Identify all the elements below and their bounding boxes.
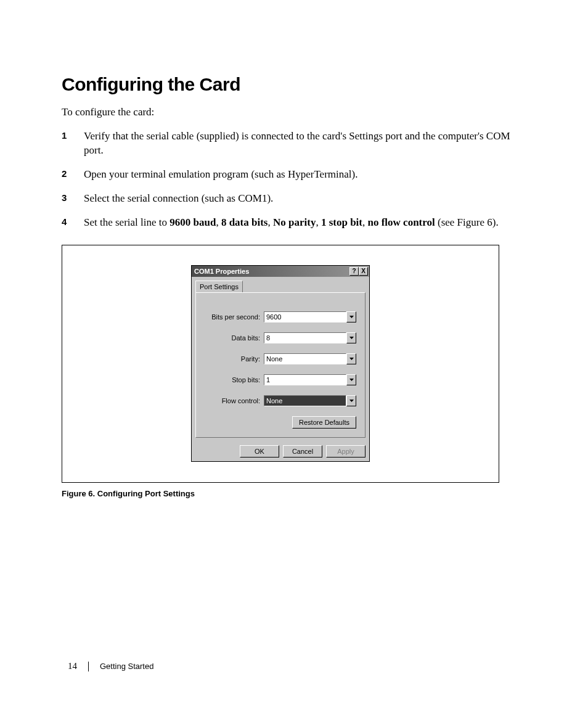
footer-divider (88, 662, 89, 671)
step-bold: 9600 baud (169, 216, 216, 228)
step-list: Verify that the serial cable (supplied) … (62, 129, 526, 230)
dialog-title: COM1 Properties (194, 268, 349, 275)
combo-value: 1 (264, 374, 346, 385)
combo-value: 9600 (264, 311, 346, 322)
svg-marker-4 (349, 400, 354, 402)
flow-control-select[interactable]: None (264, 395, 356, 406)
svg-marker-0 (349, 316, 354, 318)
field-label: Data bits: (205, 334, 264, 342)
step-text: , (267, 216, 273, 228)
chevron-down-icon[interactable] (346, 353, 356, 364)
data-bits-select[interactable]: 8 (264, 332, 356, 343)
tab-panel: Bits per second: 9600 Data bits: 8 Parit… (195, 292, 365, 438)
step-item: Verify that the serial cable (supplied) … (62, 129, 526, 158)
step-bold: 8 data bits (221, 216, 268, 228)
step-bold: No parity (273, 216, 316, 228)
ok-button[interactable]: OK (240, 445, 279, 458)
section-heading: Configuring the Card (62, 74, 526, 95)
step-item: Set the serial line to 9600 baud, 8 data… (62, 216, 526, 230)
step-text: Set the serial line to (84, 216, 169, 228)
field-label: Parity: (205, 355, 264, 363)
step-text: (see Figure 6). (435, 216, 499, 228)
step-bold: no flow control (367, 216, 435, 228)
field-label: Stop bits: (205, 376, 264, 384)
combo-value: None (264, 353, 346, 364)
dialog-titlebar[interactable]: COM1 Properties ? X (192, 266, 369, 277)
page-footer: 14 Getting Started (68, 661, 153, 671)
restore-defaults-button[interactable]: Restore Defaults (292, 416, 356, 429)
chevron-down-icon[interactable] (346, 395, 356, 406)
page-number: 14 (68, 661, 77, 671)
cancel-button[interactable]: Cancel (283, 445, 322, 458)
combo-value: None (264, 395, 346, 406)
step-bold: 1 stop bit (321, 216, 362, 228)
stop-bits-select[interactable]: 1 (264, 374, 356, 385)
field-label: Bits per second: (205, 313, 264, 321)
field-label: Flow control: (205, 397, 264, 404)
svg-marker-1 (349, 337, 354, 339)
chevron-down-icon[interactable] (346, 311, 356, 322)
svg-marker-3 (349, 379, 354, 381)
figure-frame: COM1 Properties ? X Port Settings Bits p… (62, 245, 499, 483)
section-name: Getting Started (100, 662, 153, 671)
tab-port-settings[interactable]: Port Settings (195, 281, 243, 292)
com1-properties-dialog: COM1 Properties ? X Port Settings Bits p… (191, 265, 370, 462)
field-row-data-bits: Data bits: 8 (205, 332, 356, 343)
intro-text: To configure the card: (62, 106, 526, 118)
figure-caption: Figure 6. Configuring Port Settings (62, 489, 526, 498)
chevron-down-icon[interactable] (346, 332, 356, 343)
bits-per-second-select[interactable]: 9600 (264, 311, 356, 322)
chevron-down-icon[interactable] (346, 374, 356, 385)
step-text: , (216, 216, 221, 228)
field-row-flow-control: Flow control: None (205, 395, 356, 406)
field-row-stop-bits: Stop bits: 1 (205, 374, 356, 385)
step-item: Select the serial connection (such as CO… (62, 192, 526, 206)
apply-button[interactable]: Apply (326, 445, 365, 458)
svg-marker-2 (349, 358, 354, 360)
parity-select[interactable]: None (264, 353, 356, 364)
field-row-parity: Parity: None (205, 353, 356, 364)
combo-value: 8 (264, 332, 346, 343)
close-button[interactable]: X (359, 267, 368, 276)
field-row-bits-per-second: Bits per second: 9600 (205, 311, 356, 322)
help-button[interactable]: ? (349, 267, 359, 276)
step-item: Open your terminal emulation program (su… (62, 168, 526, 182)
step-text: , (316, 216, 321, 228)
